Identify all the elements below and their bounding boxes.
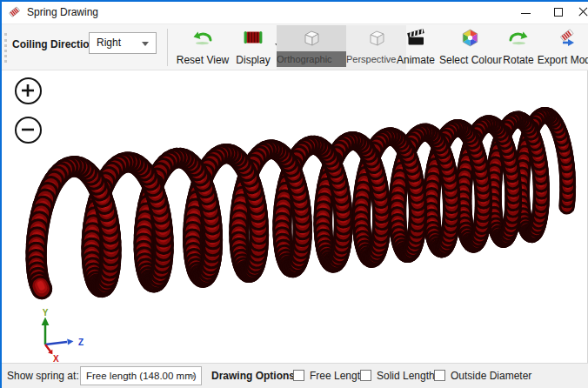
maximize-button[interactable] [548, 0, 569, 23]
projection-toggle-group: Orthographic Perspective [277, 25, 406, 70]
display-button[interactable]: Display [233, 24, 273, 70]
x-axis-label: X [53, 354, 59, 364]
y-axis-label: Y [43, 308, 49, 318]
solid-length-label: Solid Length [377, 370, 435, 382]
plus-icon [17, 79, 39, 102]
select-colour-button[interactable]: Select Colour [439, 24, 500, 70]
app-window: Spring Drawing Coiling Direction Right R… [0, 0, 588, 388]
window-accent-border-top [0, 0, 588, 2]
display-label: Display [233, 54, 273, 66]
app-spring-icon [8, 5, 21, 18]
outside-diameter-label: Outside Diameter [451, 370, 531, 382]
rotate-button[interactable]: Rotate [501, 24, 536, 70]
close-button[interactable] [572, 0, 588, 23]
z-axis-arrow [67, 339, 73, 345]
toolbar-grip-handle[interactable] [4, 33, 7, 63]
reset-view-label: Reset View [171, 54, 234, 66]
spring-3d-viewport[interactable]: Y Z X [0, 70, 588, 363]
coil-spring-model [37, 115, 568, 289]
animate-clapperboard-icon [395, 29, 437, 46]
minimize-button[interactable] [516, 0, 537, 23]
z-axis-label: Z [78, 338, 84, 347]
export-model-button[interactable]: Export Model [537, 24, 588, 70]
coiling-direction-dropdown[interactable]: Right [89, 32, 157, 54]
animate-button[interactable]: Animate [395, 24, 437, 70]
show-spring-at-dropdown[interactable]: Free length (148.00 mm) [80, 366, 202, 385]
display-spring-icon [233, 29, 273, 46]
rotate-icon [501, 29, 536, 45]
coiling-direction-label: Coiling Direction [12, 38, 96, 50]
animate-label: Animate [395, 54, 437, 66]
bottom-options-bar: Show spring at: Free length (148.00 mm) … [0, 363, 588, 388]
spring-drawing[interactable]: Y Z X [0, 70, 588, 363]
orthographic-button[interactable]: Orthographic [277, 25, 346, 70]
colour-wheel-icon [439, 29, 500, 47]
zoom-in-button[interactable] [15, 77, 42, 104]
window-accent-border-left [0, 0, 2, 388]
rotate-label: Rotate [501, 54, 536, 66]
select-colour-label: Select Colour [439, 54, 500, 66]
show-spring-at-label: Show spring at: [7, 370, 79, 382]
reset-view-button[interactable]: Reset View [171, 24, 234, 70]
chevron-down-icon [189, 375, 196, 379]
drawing-options-label: Drawing Options: [211, 370, 298, 382]
free-length-checkbox[interactable] [293, 370, 304, 381]
reset-view-icon [171, 29, 234, 45]
minimize-icon [521, 13, 531, 14]
export-model-label: Export Model [537, 54, 588, 66]
orthographic-cube-icon [277, 25, 346, 51]
zoom-out-button[interactable] [15, 117, 42, 144]
maximize-icon [554, 8, 563, 17]
coiling-direction-value: Right [97, 37, 121, 49]
axis-triad: Y Z X [42, 308, 84, 363]
show-spring-at-value: Free length (148.00 mm) [86, 371, 197, 381]
outside-diameter-checkbox[interactable] [434, 370, 445, 381]
minus-icon [17, 118, 39, 141]
window-title: Spring Drawing [27, 6, 98, 18]
y-axis-arrow [42, 318, 50, 326]
solid-length-checkbox[interactable] [360, 370, 371, 381]
free-length-label: Free Length [310, 370, 366, 382]
title-bar: Spring Drawing [0, 0, 588, 23]
chevron-down-icon [142, 42, 149, 46]
export-model-icon [537, 29, 588, 47]
orthographic-label: Orthographic [277, 51, 346, 67]
toolbar-separator [167, 29, 168, 66]
toolbar: Coiling Direction Right Reset View [0, 23, 588, 70]
